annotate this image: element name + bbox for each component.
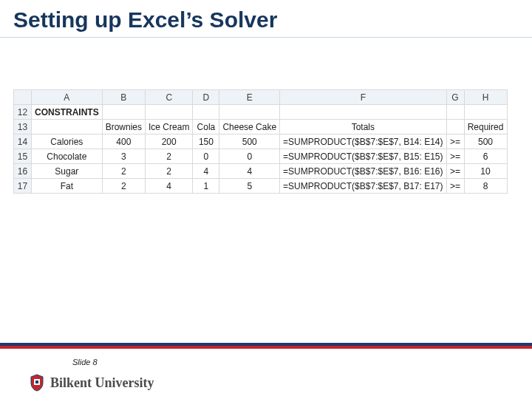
cell: >= <box>446 134 464 149</box>
row-header: 13 <box>14 120 32 134</box>
spreadsheet: A B C D E F G H 12 CONSTRAINTS <box>13 89 532 194</box>
table-row: 12 CONSTRAINTS <box>14 105 508 120</box>
cell: >= <box>446 179 464 194</box>
cell: 0 <box>193 149 219 164</box>
cell <box>446 105 464 120</box>
excel-table: A B C D E F G H 12 CONSTRAINTS <box>13 89 508 194</box>
cell: 2 <box>102 164 145 179</box>
row-header: 14 <box>14 134 32 149</box>
cell: 4 <box>219 164 280 179</box>
col-header: H <box>464 90 507 105</box>
table-row: 14 Calories 400 200 150 500 =SUMPRODUCT(… <box>14 134 508 149</box>
cell: Chocolate <box>32 149 103 164</box>
cell: 8 <box>464 179 507 194</box>
cell: =SUMPRODUCT($B$7:$E$7, B15: E15) <box>280 149 446 164</box>
table-row: 17 Fat 2 4 1 5 =SUMPRODUCT($B$7:$E$7, B1… <box>14 179 508 194</box>
footer-red-bar <box>0 346 532 349</box>
cell <box>446 120 464 134</box>
col-header: B <box>102 90 145 105</box>
col-header: E <box>219 90 280 105</box>
university-crest-icon <box>30 374 44 392</box>
cell: >= <box>446 149 464 164</box>
cell: 6 <box>464 149 507 164</box>
cell: 10 <box>464 164 507 179</box>
cell: 4 <box>193 164 219 179</box>
col-header: C <box>146 90 193 105</box>
brand: Bilkent University <box>30 374 154 392</box>
cell <box>32 120 103 134</box>
cell: Calories <box>32 134 103 149</box>
table-row: 13 Brownies Ice Cream Cola Cheese Cake T… <box>14 120 508 134</box>
cell: Cheese Cake <box>219 120 280 134</box>
cell: 3 <box>102 149 145 164</box>
table-row: 16 Sugar 2 2 4 4 =SUMPRODUCT($B$7:$E$7, … <box>14 164 508 179</box>
cell: Required <box>464 120 507 134</box>
cell: Ice Cream <box>146 120 193 134</box>
title-divider <box>0 37 532 38</box>
cell: 2 <box>146 149 193 164</box>
brand-name: Bilkent University <box>50 375 154 391</box>
cell <box>280 105 446 120</box>
col-header: F <box>280 90 446 105</box>
svg-rect-1 <box>35 381 38 383</box>
page-title: Setting up Excel’s Solver <box>0 0 532 37</box>
cell <box>102 105 145 120</box>
slide-number: Slide 8 <box>72 358 98 366</box>
cell: Totals <box>280 120 446 134</box>
cell: Sugar <box>32 164 103 179</box>
cell: 500 <box>219 134 280 149</box>
cell: 1 <box>193 179 219 194</box>
row-header: 12 <box>14 105 32 120</box>
cell <box>146 105 193 120</box>
cell: 400 <box>102 134 145 149</box>
cell: CONSTRAINTS <box>32 105 103 120</box>
cell: 2 <box>146 164 193 179</box>
cell <box>464 105 507 120</box>
cell: 0 <box>219 149 280 164</box>
cell: =SUMPRODUCT($B$7:$E$7, B14: E14) <box>280 134 446 149</box>
corner-cell <box>14 90 32 105</box>
cell: 2 <box>102 179 145 194</box>
cell: Cola <box>193 120 219 134</box>
row-header: 17 <box>14 179 32 194</box>
row-header: 16 <box>14 164 32 179</box>
column-header-row: A B C D E F G H <box>14 90 508 105</box>
footer-band <box>0 343 532 349</box>
cell: 500 <box>464 134 507 149</box>
cell <box>219 105 280 120</box>
cell <box>193 105 219 120</box>
cell: 4 <box>146 179 193 194</box>
cell: =SUMPRODUCT($B$7:$E$7, B16: E16) <box>280 164 446 179</box>
cell: Fat <box>32 179 103 194</box>
row-header: 15 <box>14 149 32 164</box>
cell: 5 <box>219 179 280 194</box>
slide: Setting up Excel’s Solver A B C D E F G … <box>0 0 532 399</box>
cell: 200 <box>146 134 193 149</box>
cell: 150 <box>193 134 219 149</box>
col-header: D <box>193 90 219 105</box>
cell: =SUMPRODUCT($B$7:$E$7, B17: E17) <box>280 179 446 194</box>
table-row: 15 Chocolate 3 2 0 0 =SUMPRODUCT($B$7:$E… <box>14 149 508 164</box>
col-header: G <box>446 90 464 105</box>
cell: Brownies <box>102 120 145 134</box>
col-header: A <box>32 90 103 105</box>
cell: >= <box>446 164 464 179</box>
